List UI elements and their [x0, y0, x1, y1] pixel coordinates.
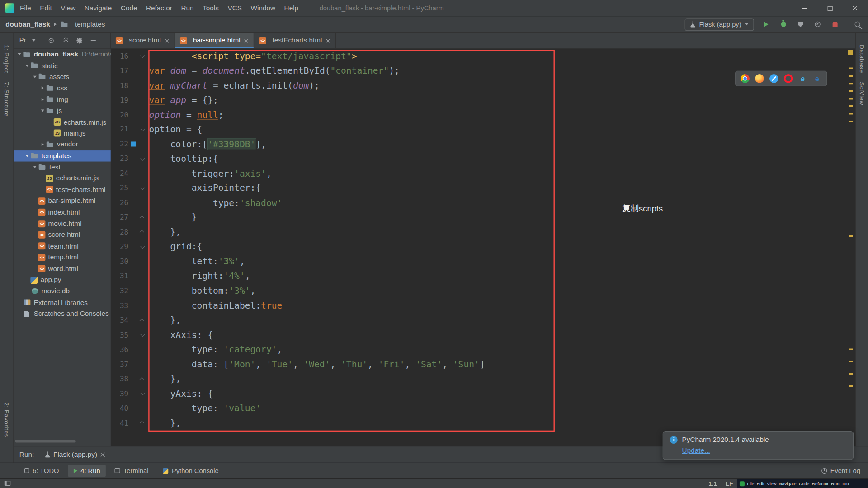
code-line-22[interactable]: 22 color:['#3398DB'],	[111, 137, 848, 151]
tool-window-button-python-console[interactable]: Python Console	[157, 465, 224, 477]
code-text[interactable]: },	[146, 418, 181, 428]
code-text[interactable]: trigger:'axis',	[146, 168, 271, 178]
menu-item-refactor[interactable]: Refactor	[142, 0, 176, 16]
code-text[interactable]: color:['#3398DB'],	[146, 139, 266, 149]
code-text[interactable]: option = {	[146, 124, 202, 135]
tree-item-test[interactable]: test	[14, 161, 111, 173]
code-text[interactable]: xAxis: {	[146, 329, 212, 340]
maximize-button[interactable]	[817, 0, 842, 17]
chevron-down-icon[interactable]	[24, 60, 30, 71]
menu-item-vcs[interactable]: VCS	[223, 0, 246, 16]
code-line-31[interactable]: 31 right:'4%',	[111, 269, 848, 283]
code-line-38[interactable]: 38 },	[111, 371, 848, 386]
code-text[interactable]: axisPointer:{	[146, 183, 261, 193]
run-config-selector[interactable]: Flask (app.py)	[685, 18, 754, 31]
code-text[interactable]: },	[146, 374, 181, 384]
tree-item-static[interactable]: static	[14, 60, 111, 71]
menu-item-navigate[interactable]: Navigate	[80, 0, 116, 16]
menu-item-tools[interactable]: Tools	[198, 0, 223, 16]
run-button[interactable]	[761, 19, 771, 30]
code-line-27[interactable]: 27 }	[111, 210, 848, 225]
code-line-25[interactable]: 25 axisPointer:{	[111, 181, 848, 195]
warning-stripe-mark[interactable]	[849, 105, 853, 107]
taskbar-menu-too[interactable]: Too	[842, 481, 849, 486]
warning-stripe-mark[interactable]	[849, 113, 853, 115]
code-text[interactable]: var app = {};	[146, 95, 218, 105]
debug-button[interactable]	[778, 19, 788, 30]
code-line-24[interactable]: 24 trigger:'axis',	[111, 166, 848, 181]
tree-item-score-html[interactable]: score.html	[14, 229, 111, 240]
code-line-34[interactable]: 34 },	[111, 313, 848, 327]
chevron-right-icon[interactable]	[39, 83, 45, 94]
tool-button-2-favorites[interactable]: 2: Favorites	[3, 402, 10, 437]
code-line-23[interactable]: 23 tooltip:{	[111, 151, 848, 166]
fold-down-icon[interactable]	[138, 157, 147, 160]
tree-item-team-html[interactable]: team.html	[14, 240, 111, 252]
menu-item-window[interactable]: Window	[246, 0, 280, 16]
breadcrumb-templates[interactable]: templates	[75, 20, 105, 28]
code-text[interactable]: var dom = document.getElementById("conta…	[146, 66, 399, 76]
tree-item-app-py[interactable]: app.py	[14, 274, 111, 286]
event-log-button[interactable]: Event Log	[821, 467, 860, 474]
tool-button-7-structure[interactable]: 7: Structure	[3, 82, 10, 117]
code-line-29[interactable]: 29 grid:{	[111, 239, 848, 254]
code-text[interactable]: type: 'category',	[146, 344, 282, 355]
code-text[interactable]: bottom:'3%',	[146, 286, 255, 296]
code-text[interactable]: yAxis: {	[146, 388, 212, 399]
tree-item-word-html[interactable]: word.html	[14, 263, 111, 274]
chevron-down-icon[interactable]	[39, 105, 45, 117]
code-line-16[interactable]: 16 <script type="text/javascript">	[111, 49, 848, 63]
taskbar-menu-refactor[interactable]: Refactor	[812, 481, 829, 486]
minimize-button[interactable]	[792, 0, 817, 17]
breadcrumb-project[interactable]: douban_flask	[5, 20, 50, 28]
menu-item-edit[interactable]: Edit	[36, 0, 57, 16]
tree-item-assets[interactable]: assets	[14, 71, 111, 83]
fold-up-icon[interactable]	[138, 377, 147, 380]
chevron-down-icon[interactable]	[16, 49, 22, 60]
code-line-36[interactable]: 36 type: 'category',	[111, 342, 848, 357]
code-line-30[interactable]: 30 left:'3%',	[111, 254, 848, 268]
tool-button-sciview[interactable]: SciView	[859, 82, 865, 105]
tree-item-movie-html[interactable]: movie.html	[14, 218, 111, 229]
taskbar-menu-edit[interactable]: Edit	[757, 481, 764, 486]
tool-window-button-6-todo[interactable]: 6: TODO	[19, 465, 65, 477]
code-text[interactable]: tooltip:{	[146, 154, 218, 164]
code-text[interactable]: type:'shadow'	[146, 197, 282, 208]
code-text[interactable]: left:'3%',	[146, 256, 245, 267]
code-line-20[interactable]: 20option = null;	[111, 108, 848, 122]
warning-stripe-mark[interactable]	[849, 373, 853, 375]
firefox-browser-icon[interactable]	[755, 74, 764, 83]
warning-stripe-mark[interactable]	[849, 235, 853, 237]
tool-window-button-4-run[interactable]: 4: Run	[68, 465, 106, 477]
chevron-down-icon[interactable]	[24, 150, 30, 161]
code-text[interactable]: containLabel:true	[146, 300, 282, 310]
menu-item-code[interactable]: Code	[116, 0, 142, 16]
project-view-dropdown[interactable]: Pr..	[19, 37, 36, 44]
close-tab-icon[interactable]	[326, 38, 330, 42]
code-text[interactable]: data: ['Mon', 'Tue', 'Wed', 'Thu', 'Fri'…	[146, 359, 485, 369]
tree-item-img[interactable]: img	[14, 94, 111, 105]
warning-stripe-mark[interactable]	[849, 83, 853, 85]
fold-down-icon[interactable]	[138, 187, 147, 190]
tool-window-switcher-icon[interactable]	[5, 481, 10, 486]
code-line-19[interactable]: 19var app = {};	[111, 93, 848, 107]
caret-position[interactable]: 1:1	[708, 480, 717, 487]
menu-item-help[interactable]: Help	[280, 0, 303, 16]
code-text[interactable]: }	[146, 212, 197, 222]
code-line-26[interactable]: 26 type:'shadow'	[111, 195, 848, 210]
tool-window-button-terminal[interactable]: Terminal	[109, 465, 154, 477]
fold-up-icon[interactable]	[138, 216, 147, 219]
code-line-33[interactable]: 33 containLabel:true	[111, 298, 848, 313]
chevron-right-icon[interactable]	[39, 94, 45, 105]
line-separator[interactable]: LF	[726, 480, 733, 487]
warning-stripe-mark[interactable]	[849, 67, 853, 69]
tree-item-index-html[interactable]: index.html	[14, 206, 111, 218]
locate-file-icon[interactable]	[49, 38, 54, 43]
code-text[interactable]: },	[146, 315, 181, 325]
editor-tab-testecharts-html[interactable]: testEcharts.html	[254, 33, 336, 48]
chrome-browser-icon[interactable]	[741, 74, 750, 83]
warning-stripe-mark[interactable]	[849, 348, 853, 350]
taskbar-menu-view[interactable]: View	[767, 481, 776, 486]
horizontal-scrollbar[interactable]	[15, 440, 76, 442]
code-line-35[interactable]: 35 xAxis: {	[111, 328, 848, 342]
